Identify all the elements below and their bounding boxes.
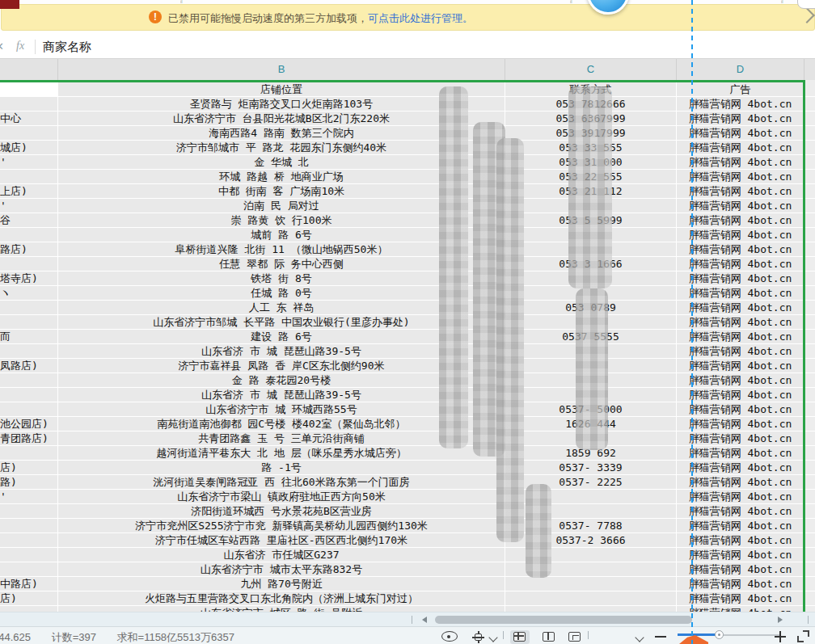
- cell-a[interactable]: [0, 606, 58, 612]
- cell-d[interactable]: 胖猫营销网 4bot.cn: [677, 257, 804, 271]
- cell-d[interactable]: 胖猫营销网 4bot.cn: [677, 577, 804, 591]
- cell-a[interactable]: 青团路店): [0, 431, 58, 446]
- cell-a[interactable]: [0, 548, 58, 562]
- formula-input[interactable]: 商家名称: [43, 40, 91, 55]
- cell-a[interactable]: 路店): [0, 242, 58, 257]
- collapse-chevron-icon[interactable]: [799, 7, 815, 23]
- cell-a[interactable]: [0, 533, 58, 548]
- cell-a[interactable]: 中心: [0, 112, 58, 126]
- cell-c[interactable]: 0537- 3339: [505, 461, 677, 475]
- cell-b[interactable]: 洸河街道吴泰闸路冠亚 西 往北60米路东第一个门面房: [58, 475, 505, 490]
- cell-d[interactable]: 胖猫营销网 4bot.cn: [677, 184, 804, 199]
- cell-b[interactable]: 山东省济宁市 城区 路 街 号附近: [58, 606, 505, 612]
- cell-d[interactable]: 胖猫营销网 4bot.cn: [677, 330, 804, 344]
- cell-b[interactable]: 山东省济宁市梁山 镇政府驻地正西方向50米: [58, 490, 505, 504]
- cell-d[interactable]: 胖猫营销网 4bot.cn: [677, 461, 804, 475]
- cell-a[interactable]: [0, 562, 58, 577]
- cell-d[interactable]: 胖猫营销网 4bot.cn: [677, 519, 804, 533]
- column-header-a-stub[interactable]: [0, 59, 58, 80]
- cell-d[interactable]: 胖猫营销网 4bot.cn: [677, 301, 804, 315]
- cell-d[interactable]: 胖猫营销网 4bot.cn: [677, 388, 804, 402]
- cell-a[interactable]: [0, 373, 58, 388]
- cell-d[interactable]: 胖猫营销网 4bot.cn: [677, 562, 804, 577]
- cell-a[interactable]: [0, 388, 58, 402]
- cell-a[interactable]: 店): [0, 591, 58, 606]
- cell-c[interactable]: [505, 591, 677, 606]
- zoom-out-button[interactable]: [655, 636, 666, 638]
- cell-d[interactable]: 胖猫营销网 4bot.cn: [677, 126, 804, 141]
- cell-a[interactable]: [0, 402, 58, 417]
- fullscreen-icon[interactable]: [797, 630, 809, 642]
- cell-b[interactable]: 越河街道清平巷东大 北 地 层（咪乐星秀水城店旁）: [58, 446, 505, 461]
- cell-b[interactable]: 火炬路与五里营路交叉口东北角院内（济洲上城东门对过）: [58, 591, 505, 606]
- cell-d[interactable]: 胖猫营销网 4bot.cn: [677, 606, 804, 612]
- cell-d[interactable]: 胖猫营销网 4bot.cn: [677, 504, 804, 519]
- cell-a[interactable]: 池公园店): [0, 417, 58, 431]
- cell-d[interactable]: 胖猫营销网 4bot.cn: [677, 286, 804, 301]
- cell-d[interactable]: 胖猫营销网 4bot.cn: [677, 548, 804, 562]
- cell-a[interactable]: 店): [0, 461, 58, 475]
- cell-a[interactable]: [0, 170, 58, 184]
- cell-a[interactable]: ': [0, 155, 58, 170]
- cell-a[interactable]: [0, 301, 58, 315]
- cell-a[interactable]: [0, 228, 58, 242]
- cell-a[interactable]: 城店): [0, 141, 58, 155]
- cell-a[interactable]: [0, 344, 58, 359]
- cell-d[interactable]: 胖猫营销网 4bot.cn: [677, 533, 804, 548]
- cell-a[interactable]: 中路店): [0, 577, 58, 591]
- cell-d[interactable]: 胖猫营销网 4bot.cn: [677, 155, 804, 170]
- cell-a[interactable]: 路): [0, 475, 58, 490]
- cell-b[interactable]: 路 -1号: [58, 461, 505, 475]
- cell-d[interactable]: 胖猫营销网 4bot.cn: [677, 591, 804, 606]
- cell-d[interactable]: 胖猫营销网 4bot.cn: [677, 112, 804, 126]
- cell-d[interactable]: 胖猫营销网 4bot.cn: [677, 417, 804, 431]
- clipped-cancel-icon[interactable]: ✕: [0, 40, 4, 53]
- cell-a[interactable]: 塔寺店): [0, 271, 58, 286]
- cell-b[interactable]: 山东省济 市任城区G237: [58, 548, 505, 562]
- cell-a[interactable]: ': [0, 199, 58, 213]
- cell-d[interactable]: 胖猫营销网 4bot.cn: [677, 373, 804, 388]
- cell-d[interactable]: 胖猫营销网 4bot.cn: [677, 490, 804, 504]
- cell-a[interactable]: 而: [0, 330, 58, 344]
- cell-d[interactable]: 胖猫营销网 4bot.cn: [677, 242, 804, 257]
- manage-addins-link[interactable]: 可点击此处进行管理。: [368, 12, 473, 24]
- cell-a[interactable]: [0, 257, 58, 271]
- column-header-c[interactable]: C: [505, 59, 677, 80]
- cell-d[interactable]: 胖猫营销网 4bot.cn: [677, 141, 804, 155]
- cell-b[interactable]: 济宁市兖州区S255济宁市兖 新驿镇高吴桥幼儿园西侧约130米: [58, 519, 505, 533]
- cell-a[interactable]: [0, 126, 58, 141]
- scroll-left-icon[interactable]: [422, 617, 427, 623]
- cell-a[interactable]: 上店): [0, 184, 58, 199]
- cell-a[interactable]: ヽ: [0, 286, 58, 301]
- view-split-button[interactable]: [539, 630, 559, 644]
- cell-d[interactable]: 胖猫营销网 4bot.cn: [677, 271, 804, 286]
- view-normal-button[interactable]: [510, 630, 530, 644]
- cell-d[interactable]: 胖猫营销网 4bot.cn: [677, 170, 804, 184]
- cell-a[interactable]: [0, 446, 58, 461]
- cell-d[interactable]: 胖猫营销网 4bot.cn: [677, 402, 804, 417]
- cell-a[interactable]: 谷: [0, 213, 58, 228]
- header-ad[interactable]: 广告: [677, 82, 804, 97]
- cell-a[interactable]: [0, 519, 58, 533]
- cell-a[interactable]: [0, 315, 58, 330]
- column-header-d[interactable]: D: [677, 59, 804, 80]
- cell-d[interactable]: 胖猫营销网 4bot.cn: [677, 359, 804, 373]
- cell-a[interactable]: 凤路店): [0, 359, 58, 373]
- cell-d[interactable]: 胖猫营销网 4bot.cn: [677, 97, 804, 112]
- scroll-right-icon[interactable]: [778, 617, 783, 623]
- cell-d[interactable]: 胖猫营销网 4bot.cn: [677, 344, 804, 359]
- cell-a[interactable]: [0, 504, 58, 519]
- cell-d[interactable]: 胖猫营销网 4bot.cn: [677, 446, 804, 461]
- cell-a[interactable]: [0, 97, 58, 112]
- cell-d[interactable]: 胖猫营销网 4bot.cn: [677, 315, 804, 330]
- fx-icon[interactable]: fx: [16, 40, 24, 53]
- cell-a[interactable]: ': [0, 490, 58, 504]
- cell-d[interactable]: 胖猫营销网 4bot.cn: [677, 228, 804, 242]
- selection-pane-icon[interactable]: [472, 631, 484, 643]
- column-header-b[interactable]: B: [58, 59, 505, 80]
- cell-c[interactable]: [505, 606, 677, 612]
- cell-d[interactable]: 胖猫营销网 4bot.cn: [677, 431, 804, 446]
- active-cell-a1[interactable]: [0, 82, 58, 97]
- cell-b[interactable]: 九州 路70号附近: [58, 577, 505, 591]
- cell-d[interactable]: 胖猫营销网 4bot.cn: [677, 199, 804, 213]
